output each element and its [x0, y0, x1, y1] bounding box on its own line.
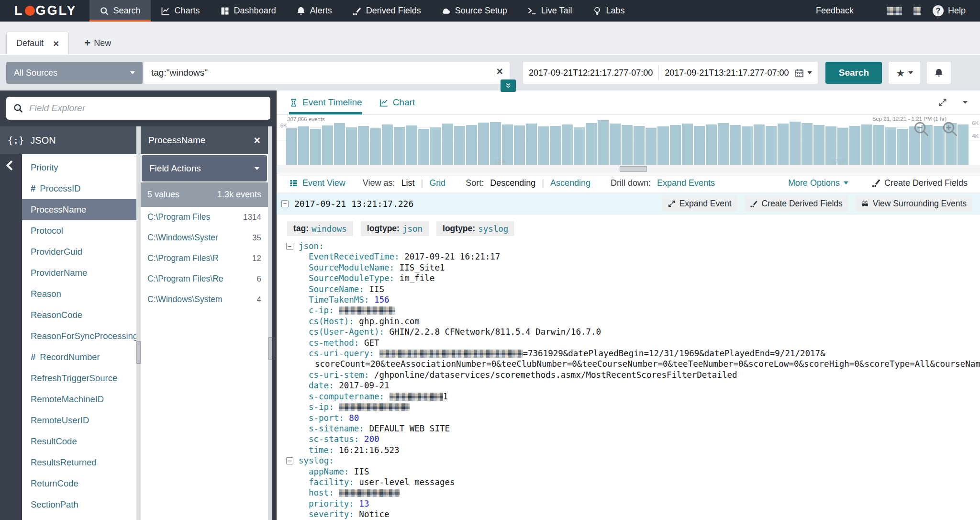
histogram-bar[interactable]: [634, 126, 645, 165]
saved-searches-button[interactable]: ★: [889, 62, 920, 84]
histogram-bar[interactable]: [706, 124, 717, 165]
histogram-bar[interactable]: [382, 124, 393, 165]
nav-item-alerts[interactable]: Alerts: [286, 0, 342, 22]
create-derived-fields-button[interactable]: Create Derived Fields: [871, 178, 968, 188]
sources-dropdown[interactable]: All Sources: [6, 62, 143, 84]
collapse-search-bar-button[interactable]: [501, 79, 516, 92]
histogram-bar[interactable]: [310, 129, 321, 165]
histogram-bar[interactable]: [454, 126, 465, 165]
histogram-bar[interactable]: [286, 128, 297, 165]
field-row-returncode[interactable]: ReturnCode: [22, 473, 136, 494]
histogram-bar[interactable]: [694, 126, 705, 165]
field-row-recordnumber[interactable]: #RecordNumber: [22, 347, 136, 368]
expand-timeline-icon[interactable]: [938, 98, 947, 107]
field-row-remotemachineid[interactable]: RemoteMachineID: [22, 389, 136, 410]
histogram-bar[interactable]: [322, 125, 333, 165]
value-row[interactable]: C:\Program Files\R12: [141, 248, 268, 269]
histogram-bar[interactable]: [657, 126, 668, 165]
value-row[interactable]: C:\Program Files1314: [141, 207, 268, 227]
field-row-resultsreturned[interactable]: ResultsReturned: [22, 452, 136, 473]
tab-event-timeline[interactable]: Event Timeline: [289, 90, 362, 114]
date-from[interactable]: 2017-09-21T12:21:17.277-07:00: [529, 68, 653, 78]
calendar-button[interactable]: [794, 68, 812, 78]
histogram-bar[interactable]: [610, 124, 621, 165]
tab-default[interactable]: Default ×: [6, 32, 69, 54]
collapse-sidebar-icon[interactable]: [6, 160, 16, 170]
histogram-bar[interactable]: [730, 125, 741, 165]
zoom-out-icon[interactable]: [913, 121, 929, 137]
date-range-field[interactable]: 2017-09-21T12:21:17.277-07:00 2017-09-21…: [523, 62, 818, 84]
user-icon[interactable]: [865, 6, 875, 16]
histogram-bar[interactable]: [466, 125, 477, 165]
sort-ascending-button[interactable]: Ascending: [550, 178, 590, 188]
tag-chip-logtype-syslog[interactable]: logtype:syslog: [436, 221, 514, 236]
value-row[interactable]: C:\Windows\System4: [141, 289, 268, 310]
help-link[interactable]: ? Help: [933, 5, 966, 16]
field-row-providername[interactable]: ProviderName: [22, 262, 136, 283]
histogram-bar[interactable]: [562, 124, 573, 165]
sort-descending-button[interactable]: Descending: [490, 178, 535, 188]
histogram-bar[interactable]: [574, 127, 585, 165]
nav-item-derived-fields[interactable]: Derived Fields: [342, 0, 431, 22]
histogram-bar[interactable]: [430, 127, 441, 165]
nav-item-search[interactable]: Search: [89, 0, 151, 22]
histogram-bar[interactable]: [790, 122, 801, 165]
date-to[interactable]: 2017-09-21T13:21:17.277-07:00: [665, 68, 789, 78]
histogram-bar[interactable]: [298, 126, 309, 165]
field-row-reasoncode[interactable]: ReasonCode: [22, 305, 136, 326]
tab-chart[interactable]: Chart: [379, 90, 415, 114]
field-actions-dropdown[interactable]: Field Actions: [142, 155, 267, 181]
histogram-bar[interactable]: [718, 123, 729, 165]
histogram-bar[interactable]: [873, 125, 884, 165]
scrollbar-thumb[interactable]: [268, 337, 272, 360]
histogram-bar[interactable]: [370, 128, 381, 165]
field-row-refreshtriggersource[interactable]: RefreshTriggerSource: [22, 368, 136, 389]
view-list-button[interactable]: List: [401, 178, 414, 188]
field-row-reason[interactable]: Reason: [22, 283, 136, 305]
histogram-bar[interactable]: [442, 124, 453, 165]
histogram-bar[interactable]: [778, 124, 789, 165]
field-row-remoteuserid[interactable]: RemoteUserID: [22, 410, 136, 431]
histogram-bar[interactable]: [958, 124, 969, 165]
histogram-bar[interactable]: [849, 126, 860, 165]
clear-search-icon[interactable]: ×: [497, 65, 503, 78]
histogram-bar[interactable]: [622, 125, 633, 165]
histogram-bar[interactable]: [885, 127, 896, 165]
search-button[interactable]: Search: [825, 62, 882, 84]
event-row-header[interactable]: − 2017-09-21 13:21:17.226 Expand Event C…: [277, 193, 980, 215]
json-group-header[interactable]: {:} JSON: [0, 126, 136, 154]
histogram-bar[interactable]: [550, 126, 561, 165]
alert-bell-button[interactable]: [927, 62, 951, 84]
nav-item-dashboard[interactable]: Dashboard: [210, 0, 286, 22]
close-values-panel-icon[interactable]: ×: [254, 135, 260, 146]
histogram-bar[interactable]: [897, 129, 908, 165]
expand-events-button[interactable]: Expand Events: [657, 178, 715, 188]
nav-item-source-setup[interactable]: Source Setup: [431, 0, 517, 22]
view-grid-button[interactable]: Grid: [429, 178, 445, 188]
histogram-bar[interactable]: [670, 125, 681, 165]
more-options-dropdown[interactable]: More Options: [788, 178, 848, 188]
field-row-processname[interactable]: ProcessName: [22, 199, 136, 220]
event-view-button[interactable]: Event View: [289, 178, 345, 188]
histogram-bar[interactable]: [514, 125, 525, 165]
view-surrounding-events-button[interactable]: View Surrounding Events: [855, 196, 972, 212]
histogram-bar[interactable]: [394, 127, 405, 165]
field-row-resultcode[interactable]: ResultCode: [22, 431, 136, 452]
search-input[interactable]: [144, 62, 510, 84]
nav-item-charts[interactable]: Charts: [151, 0, 210, 22]
collapse-section-icon[interactable]: −: [286, 457, 293, 464]
value-row[interactable]: C:\Program Files\Re6: [141, 269, 268, 289]
scrollbar-thumb[interactable]: [620, 166, 647, 172]
scrollbar-thumb[interactable]: [136, 341, 141, 364]
field-explorer-input[interactable]: [28, 102, 264, 114]
create-derived-fields-event-button[interactable]: Create Derived Fields: [744, 196, 848, 212]
nav-item-live-tail[interactable]: Live Tail: [517, 0, 582, 22]
timeline-options-icon[interactable]: [963, 101, 968, 104]
redacted-account-icon[interactable]: [887, 7, 902, 15]
field-row-protocol[interactable]: Protocol: [22, 220, 136, 241]
field-row-processid[interactable]: #ProcessID: [22, 178, 136, 199]
histogram-bar[interactable]: [586, 123, 597, 165]
new-tab-button[interactable]: + New: [84, 32, 111, 54]
histogram-bar[interactable]: [802, 123, 813, 165]
tag-chip-tag-windows[interactable]: tag:windows: [287, 221, 353, 236]
